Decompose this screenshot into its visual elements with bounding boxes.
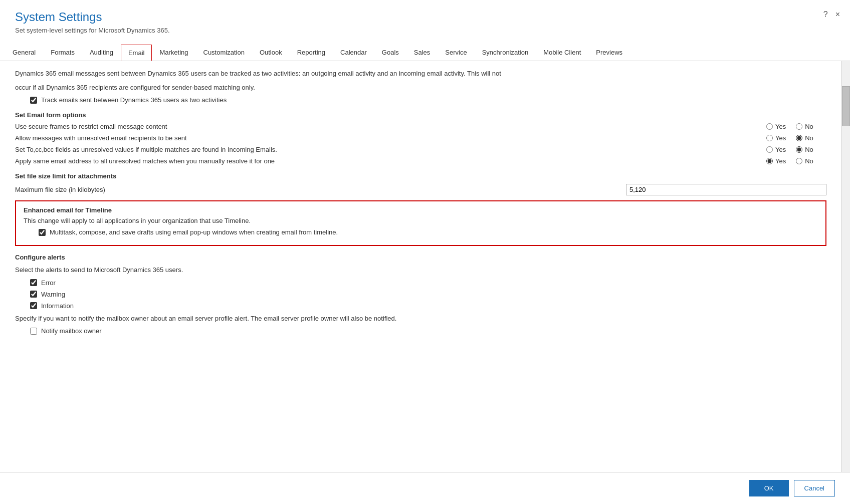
email-form-section-title: Set Email form options xyxy=(15,111,826,119)
secure-frames-no: No xyxy=(796,123,813,130)
option-same-email: Apply same email address to all unresolv… xyxy=(15,157,826,165)
option-unresolved-recipients: Allow messages with unresolved email rec… xyxy=(15,134,826,142)
to-cc-bcc-no-radio[interactable] xyxy=(796,146,802,153)
track-emails-row: Track emails sent between Dynamics 365 u… xyxy=(30,96,826,104)
secure-frames-yes: Yes xyxy=(766,123,786,130)
tab-general[interactable]: General xyxy=(5,44,43,61)
intro-text-1: Dynamics 365 email messages sent between… xyxy=(15,69,826,79)
tab-auditing[interactable]: Auditing xyxy=(82,44,121,61)
max-file-size-label: Maximum file size (in kilobytes) xyxy=(15,186,626,193)
to-cc-bcc-label: Set To,cc,bcc fields as unresolved value… xyxy=(15,146,766,153)
secure-frames-no-label: No xyxy=(805,123,813,130)
secure-frames-yes-label: Yes xyxy=(775,123,786,130)
alert-information-label: Information xyxy=(41,302,74,310)
unresolved-recipients-label: Allow messages with unresolved email rec… xyxy=(15,134,766,142)
unresolved-recipients-no-label: No xyxy=(805,134,813,142)
configure-alerts-desc: Select the alerts to send to Microsoft D… xyxy=(15,265,826,275)
same-email-yes: Yes xyxy=(766,157,786,165)
ok-button[interactable]: OK xyxy=(749,480,789,496)
tab-email[interactable]: Email xyxy=(121,45,152,61)
tab-bar: General Formats Auditing Email Marketing… xyxy=(0,44,850,61)
main-content: Dynamics 365 email messages sent between… xyxy=(0,61,841,472)
tab-calendar[interactable]: Calendar xyxy=(333,44,374,61)
alert-information-checkbox[interactable] xyxy=(30,302,37,309)
unresolved-recipients-yes-label: Yes xyxy=(775,134,786,142)
max-file-size-row: Maximum file size (in kilobytes) xyxy=(15,184,826,195)
same-email-yes-label: Yes xyxy=(775,157,786,165)
tab-sales[interactable]: Sales xyxy=(406,44,438,61)
to-cc-bcc-no: No xyxy=(796,146,813,153)
dialog-title: System Settings xyxy=(15,10,835,24)
to-cc-bcc-yes: Yes xyxy=(766,146,786,153)
tab-formats[interactable]: Formats xyxy=(43,44,82,61)
option-secure-frames: Use secure frames to restrict email mess… xyxy=(15,123,826,130)
tab-previews[interactable]: Previews xyxy=(588,44,630,61)
scrollbar[interactable] xyxy=(841,61,850,472)
alert-warning-row: Warning xyxy=(30,291,826,298)
notify-mailbox-checkbox[interactable] xyxy=(30,328,37,335)
same-email-no: No xyxy=(796,157,813,165)
help-icon[interactable]: ? xyxy=(823,10,828,19)
to-cc-bcc-yes-label: Yes xyxy=(775,146,786,153)
notify-mailbox-desc: Specify if you want to notify the mailbo… xyxy=(15,314,826,324)
enhanced-email-checkbox[interactable] xyxy=(39,229,46,236)
file-size-section-title: Set file size limit for attachments xyxy=(15,172,826,180)
secure-frames-no-radio[interactable] xyxy=(796,123,802,130)
to-cc-bcc-no-label: No xyxy=(805,146,813,153)
configure-alerts-section-title: Configure alerts xyxy=(15,254,826,261)
secure-frames-radio-group: Yes No xyxy=(766,123,826,130)
tab-service[interactable]: Service xyxy=(438,44,474,61)
tab-customization[interactable]: Customization xyxy=(196,44,252,61)
tab-reporting[interactable]: Reporting xyxy=(290,44,333,61)
content-area: Dynamics 365 email messages sent between… xyxy=(0,61,850,472)
track-emails-label: Track emails sent between Dynamics 365 u… xyxy=(41,96,227,104)
unresolved-recipients-yes-radio[interactable] xyxy=(766,135,773,141)
close-icon[interactable]: × xyxy=(835,10,840,19)
system-settings-dialog: System Settings Set system-level setting… xyxy=(0,0,850,504)
unresolved-recipients-yes: Yes xyxy=(766,134,786,142)
notify-mailbox-label: Notify mailbox owner xyxy=(41,327,102,335)
same-email-radio-group: Yes No xyxy=(766,157,826,165)
enhanced-email-desc: This change will apply to all applicatio… xyxy=(24,217,818,224)
unresolved-recipients-no-radio[interactable] xyxy=(796,135,802,141)
enhanced-email-checkbox-row: Multitask, compose, and save drafts usin… xyxy=(39,228,818,236)
alert-warning-label: Warning xyxy=(41,291,65,298)
same-email-label: Apply same email address to all unresolv… xyxy=(15,157,766,165)
track-emails-checkbox[interactable] xyxy=(30,97,37,104)
option-to-cc-bcc: Set To,cc,bcc fields as unresolved value… xyxy=(15,146,826,153)
alert-error-checkbox[interactable] xyxy=(30,279,37,286)
same-email-no-radio[interactable] xyxy=(796,158,802,164)
enhanced-email-title: Enhanced email for Timeline xyxy=(24,206,818,214)
tab-mobile-client[interactable]: Mobile Client xyxy=(536,44,588,61)
tab-synchronization[interactable]: Synchronization xyxy=(475,44,536,61)
scrollbar-thumb[interactable] xyxy=(842,86,850,126)
tab-outlook[interactable]: Outlook xyxy=(252,44,290,61)
alert-information-row: Information xyxy=(30,302,826,310)
notify-mailbox-row: Notify mailbox owner xyxy=(30,327,826,335)
dialog-subtitle: Set system-level settings for Microsoft … xyxy=(15,27,835,34)
dialog-footer: OK Cancel xyxy=(0,472,850,504)
same-email-yes-radio[interactable] xyxy=(766,158,773,164)
dialog-controls: ? × xyxy=(823,10,840,19)
enhanced-email-box: Enhanced email for Timeline This change … xyxy=(15,200,826,246)
alert-error-row: Error xyxy=(30,279,826,287)
to-cc-bcc-yes-radio[interactable] xyxy=(766,146,773,153)
tab-marketing[interactable]: Marketing xyxy=(152,44,195,61)
to-cc-bcc-radio-group: Yes No xyxy=(766,146,826,153)
unresolved-recipients-radio-group: Yes No xyxy=(766,134,826,142)
unresolved-recipients-no: No xyxy=(796,134,813,142)
secure-frames-label: Use secure frames to restrict email mess… xyxy=(15,123,766,130)
dialog-header: System Settings Set system-level setting… xyxy=(0,0,850,39)
alert-warning-checkbox[interactable] xyxy=(30,291,37,298)
same-email-no-label: No xyxy=(805,157,813,165)
tab-goals[interactable]: Goals xyxy=(374,44,406,61)
max-file-size-input[interactable] xyxy=(626,184,826,195)
alert-error-label: Error xyxy=(41,279,56,287)
intro-text-2: occur if all Dynamics 365 recipients are… xyxy=(15,83,826,93)
cancel-button[interactable]: Cancel xyxy=(794,480,835,496)
enhanced-email-checkbox-label: Multitask, compose, and save drafts usin… xyxy=(50,228,338,236)
secure-frames-yes-radio[interactable] xyxy=(766,123,773,130)
